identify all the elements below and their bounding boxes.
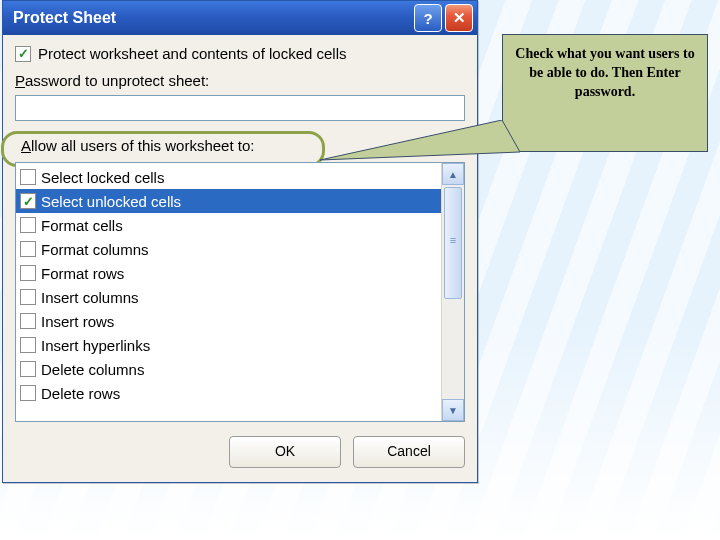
allow-label: Allow all users of this worksheet to: [15, 135, 260, 156]
permission-label: Insert hyperlinks [41, 337, 150, 354]
permission-label: Insert columns [41, 289, 139, 306]
close-button[interactable]: ✕ [445, 4, 473, 32]
dialog-title: Protect Sheet [13, 9, 411, 27]
scrollbar[interactable]: ▲ ▼ [441, 163, 464, 421]
permissions-list-inner: Select locked cellsSelect unlocked cells… [16, 163, 441, 421]
permission-checkbox[interactable] [20, 217, 36, 233]
permission-label: Format rows [41, 265, 124, 282]
close-icon: ✕ [453, 9, 466, 27]
protect-sheet-dialog: Protect Sheet ? ✕ Protect worksheet and … [2, 0, 478, 483]
permission-item[interactable]: Select locked cells [16, 165, 441, 189]
protect-worksheet-checkbox[interactable] [15, 46, 31, 62]
allow-label-highlight: Allow all users of this worksheet to: [7, 135, 465, 162]
permission-label: Delete rows [41, 385, 120, 402]
button-row: OK Cancel [15, 436, 465, 468]
permission-label: Select locked cells [41, 169, 164, 186]
dialog-body: Protect worksheet and contents of locked… [3, 35, 477, 482]
permission-label: Insert rows [41, 313, 114, 330]
permission-checkbox[interactable] [20, 385, 36, 401]
password-input[interactable] [15, 95, 465, 121]
permission-label: Format cells [41, 217, 123, 234]
permission-label: Format columns [41, 241, 149, 258]
callout-text: Check what you want users to be able to … [515, 46, 694, 99]
permission-item[interactable]: Insert columns [16, 285, 441, 309]
permission-checkbox[interactable] [20, 265, 36, 281]
permission-checkbox[interactable] [20, 337, 36, 353]
help-button[interactable]: ? [414, 4, 442, 32]
cancel-button[interactable]: Cancel [353, 436, 465, 468]
scroll-down-button[interactable]: ▼ [442, 399, 464, 421]
permission-checkbox[interactable] [20, 241, 36, 257]
help-icon: ? [423, 10, 432, 27]
permission-item[interactable]: Select unlocked cells [16, 189, 441, 213]
instruction-callout: Check what you want users to be able to … [502, 34, 708, 152]
ok-button[interactable]: OK [229, 436, 341, 468]
chevron-down-icon: ▼ [448, 405, 458, 416]
permission-label: Select unlocked cells [41, 193, 181, 210]
permission-item[interactable]: Format columns [16, 237, 441, 261]
permission-label: Delete columns [41, 361, 144, 378]
permission-item[interactable]: Format cells [16, 213, 441, 237]
titlebar[interactable]: Protect Sheet ? ✕ [3, 1, 477, 35]
permission-checkbox[interactable] [20, 289, 36, 305]
permission-item[interactable]: Delete columns [16, 357, 441, 381]
permission-item[interactable]: Format rows [16, 261, 441, 285]
permission-item[interactable]: Insert rows [16, 309, 441, 333]
permission-checkbox[interactable] [20, 193, 36, 209]
password-label: Password to unprotect sheet: [15, 72, 465, 89]
protect-worksheet-label: Protect worksheet and contents of locked… [38, 45, 347, 62]
permission-checkbox[interactable] [20, 361, 36, 377]
permission-checkbox[interactable] [20, 313, 36, 329]
scroll-thumb[interactable] [444, 187, 462, 299]
permission-item[interactable]: Insert hyperlinks [16, 333, 441, 357]
protect-worksheet-row: Protect worksheet and contents of locked… [15, 45, 465, 62]
permission-item[interactable]: Delete rows [16, 381, 441, 405]
scroll-up-button[interactable]: ▲ [442, 163, 464, 185]
permissions-listbox[interactable]: Select locked cellsSelect unlocked cells… [15, 162, 465, 422]
chevron-up-icon: ▲ [448, 169, 458, 180]
permission-checkbox[interactable] [20, 169, 36, 185]
